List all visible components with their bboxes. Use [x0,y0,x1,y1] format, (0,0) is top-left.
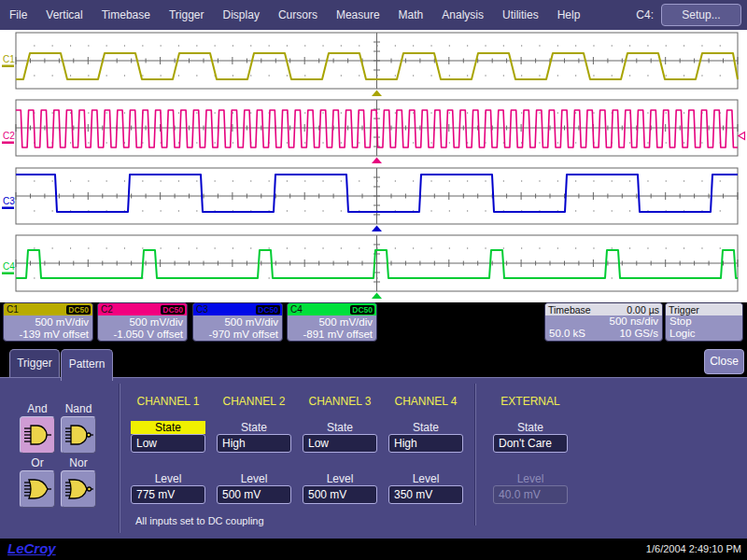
grid-channel-label: C1 [3,54,15,64]
sample-count: 50.0 kS [549,328,585,340]
level-label: Level [388,472,463,485]
and-gate-icon [22,423,52,447]
divider-external [474,384,476,525]
level-label: Level [217,472,291,485]
menu-help[interactable]: Help [557,8,581,21]
level-field[interactable]: 500 mV [217,485,291,504]
channel-descriptor-c2[interactable]: C2 DC50 500 mV/div -1.050 V offset [97,302,188,342]
channel-label: C4 [290,304,303,315]
state-label-selected: State [131,421,205,434]
offset-value: -891 mV offset [288,329,373,341]
column-title: CHANNEL 3 [303,395,377,408]
channel-descriptor-c1[interactable]: C1 DC50 500 mV/div -139 mV offset [3,302,93,342]
descriptor-strip: C1 DC50 500 mV/div -139 mV offset C2 DC5… [0,302,747,343]
menu-utilities[interactable]: Utilities [502,8,539,21]
level-field-disabled: 40.0 mV [493,485,568,504]
menu-bar: File Vertical Timebase Trigger Display C… [0,0,747,30]
tab-pattern[interactable]: Pattern [61,349,113,381]
level-label-disabled: Level [493,472,568,485]
menu-display[interactable]: Display [223,8,260,21]
state-field[interactable]: High [217,434,291,453]
timebase-position: 0.00 µs [627,304,659,315]
nor-gate-icon [63,477,93,501]
sample-rate: 10 GS/s [619,328,658,340]
trigger-time-marker-c2[interactable] [372,158,382,164]
trigger-dialog: Trigger Pattern Close And Nand Or No [0,342,747,539]
state-field[interactable]: Low [303,434,377,453]
level-label: Level [303,472,377,485]
and-gate-button[interactable] [20,416,55,454]
coupling-badge: DC50 [350,305,374,315]
channel-descriptor-c4[interactable]: C4 DC50 500 mV/div -891 mV offset [287,302,377,342]
channel-label: C2 [101,304,113,315]
channel-header: C2 DC50 [98,303,187,315]
level-label: Level [131,472,205,485]
grid-channel-label: C4 [3,261,15,272]
coupling-badge: DC50 [66,305,91,315]
active-channel-indicator: C4: [636,0,654,30]
offset-value: -970 mV offset [193,329,278,341]
volts-per-div: 500 mV/div [98,316,183,329]
volts-per-div: 500 mV/div [288,316,373,329]
trigger-time-marker-c3[interactable] [372,226,382,232]
lecroy-logo: LeCroy [7,540,56,556]
or-label: Or [20,456,55,469]
menu-file[interactable]: File [9,8,27,21]
time-per-div: 500 ns/div [610,315,658,328]
nand-gate-button[interactable] [61,416,96,454]
menu-math[interactable]: Math [399,8,424,21]
channel-header: C1 DC50 [4,303,92,315]
nor-label: Nor [61,456,96,469]
trigger-level-marker-c2[interactable] [739,133,745,140]
state-field[interactable]: Don't Care [493,434,568,453]
timebase-descriptor[interactable]: Timebase 0.00 µs 500 ns/div 50.0 kS 10 G… [544,302,663,342]
pattern-panel: And Nand Or Nor [0,377,747,539]
channel-descriptor-c3[interactable]: C3 DC50 500 mV/div -970 mV offset [192,302,283,342]
datetime-display: 1/6/2004 2:49:10 PM [646,543,741,554]
setup-button[interactable]: Setup... [661,4,741,26]
nor-gate-button[interactable] [61,470,96,508]
menu-vertical[interactable]: Vertical [46,8,82,21]
volts-per-div: 500 mV/div [4,316,89,329]
column-title: CHANNEL 2 [217,395,291,408]
menu-cursors[interactable]: Cursors [278,8,317,21]
waveform-display[interactable]: C1C2C3C4 [0,30,747,302]
state-label: State [493,421,568,434]
coupling-badge: DC50 [256,305,280,315]
channel-label: C1 [7,304,19,315]
grid-channel-label: C2 [3,131,15,141]
trigger-title: Trigger [669,304,699,315]
level-field[interactable]: 500 mV [303,485,377,504]
tab-trigger[interactable]: Trigger [9,349,60,377]
channel-header: C3 DC50 [193,303,282,315]
state-field[interactable]: Low [131,434,205,453]
column-title: CHANNEL 4 [388,395,463,408]
offset-value: -139 mV offset [4,329,89,341]
coupling-badge: DC50 [161,305,185,315]
menu-timebase[interactable]: Timebase [102,8,150,21]
state-label: State [388,421,463,434]
close-button[interactable]: Close [704,349,744,374]
or-gate-button[interactable] [20,470,55,508]
column-title: EXTERNAL [493,395,568,408]
state-label: State [217,421,291,434]
trigger-mode: Stop [666,315,742,328]
divider-gates [119,384,120,533]
grid-channel-label: C3 [3,196,15,206]
trigger-time-marker-c1[interactable] [372,91,382,97]
menu-trigger[interactable]: Trigger [169,8,204,21]
timebase-title: Timebase [548,304,591,315]
menu-measure[interactable]: Measure [336,8,380,21]
coupling-note: All inputs set to DC coupling [135,515,264,526]
nand-gate-icon [63,423,93,447]
trigger-descriptor[interactable]: Trigger Stop Logic [665,302,743,342]
oscilloscope-screen: File Vertical Timebase Trigger Display C… [0,0,747,560]
state-label: State [303,421,377,434]
level-field[interactable]: 350 mV [388,485,463,504]
trigger-time-marker-c4[interactable] [372,293,382,300]
channel-label: C3 [196,304,208,315]
level-field[interactable]: 775 mV [131,485,205,504]
menu-analysis[interactable]: Analysis [442,8,484,21]
trigger-type: Logic [666,328,742,340]
state-field[interactable]: High [388,434,463,453]
